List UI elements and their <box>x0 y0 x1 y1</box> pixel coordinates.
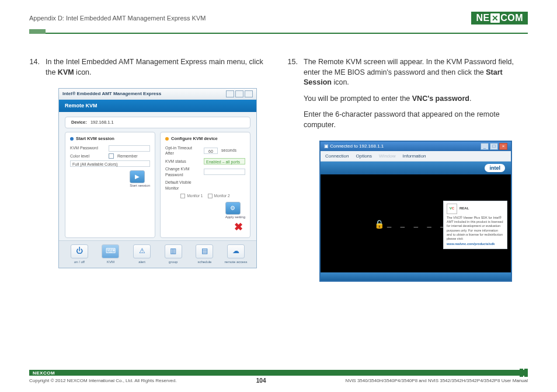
kvm-status-field: Enabled – all ports <box>204 158 245 164</box>
power-icon: ⏻ <box>71 244 88 258</box>
step-15-p2: You will be prompted to enter the VNC's … <box>304 94 528 104</box>
intel-band: intel <box>321 162 511 174</box>
realvnc-logo: VC <box>447 204 457 214</box>
tab-kvm[interactable]: ⌨KVM <box>99 244 122 264</box>
maximize-button[interactable] <box>235 90 243 97</box>
close-button[interactable]: × <box>499 143 507 150</box>
appendix-title: Appendix D: Intel Embedded AMT Managemen… <box>29 15 206 22</box>
remote-screen: 🔒 _ _ _ _ _ _ VC REAL The VNC® Viewer Pl… <box>321 174 511 272</box>
remote-kvm-banner: Remote KVM <box>59 100 256 112</box>
alert-icon: ⚠ <box>133 244 151 258</box>
start-kvm-panel: Start KVM session KVM Password Color lev… <box>65 132 155 238</box>
tab-onoff[interactable]: ⏻on / off <box>68 244 91 264</box>
content-columns: 14. In the Intel Embedded AMT Management… <box>29 57 528 282</box>
minimize-button[interactable] <box>226 90 234 97</box>
step-15-p1: The Remote KVM screen will appear. In th… <box>304 57 528 88</box>
copyright-text: Copyright © 2012 NEXCOM International Co… <box>29 378 177 383</box>
kvm-icon: ⌨ <box>102 244 119 258</box>
step-15-p3: Enter the 6-character password that appe… <box>304 110 528 130</box>
step-14-text: In the Intel Embedded AMT Management Exp… <box>46 57 270 78</box>
schedule-icon: ▤ <box>196 244 213 258</box>
maximize-button[interactable]: □ <box>490 143 498 150</box>
menu-information[interactable]: Information <box>403 153 426 159</box>
remote-icon: ☁ <box>227 244 245 258</box>
menu-options[interactable]: Options <box>356 153 372 159</box>
left-column: 14. In the Intel Embedded AMT Management… <box>29 57 270 282</box>
menu-window: Window <box>379 153 395 159</box>
apply-setting-button[interactable]: ⚙ <box>225 202 241 215</box>
lock-icon: 🔒 <box>374 219 384 230</box>
vnc-menubar: Connection Options Window Information <box>321 151 511 162</box>
close-button[interactable] <box>245 90 253 97</box>
vnc-titlebar: ▣ Connected to 192.168.1.1 _ □ × <box>321 142 511 151</box>
amt-bottom-tabs: ⏻on / off ⌨KVM ⚠alert ▥group ▤schedule ☁… <box>59 240 256 268</box>
amt-window-titlebar: Intel® Embedded AMT Management Express <box>59 89 256 100</box>
step-15: 15. The Remote KVM screen will appear. I… <box>287 57 528 282</box>
minimize-button[interactable]: _ <box>481 143 489 150</box>
change-password-input[interactable] <box>204 169 245 175</box>
tab-remote[interactable]: ☁remote access <box>224 244 248 264</box>
intel-logo: intel <box>485 164 505 173</box>
monitor2-checkbox[interactable] <box>208 194 213 198</box>
group-icon: ▥ <box>165 244 182 258</box>
page-number: 104 <box>256 377 266 384</box>
page-footer: NEXCOM Copyright © 2012 NEXCOM Internati… <box>29 370 528 384</box>
color-level-select[interactable]: Full (All Available Colors) <box>70 160 150 167</box>
page-header: Appendix D: Intel Embedded AMT Managemen… <box>29 12 528 28</box>
remember-checkbox[interactable] <box>109 153 114 159</box>
tab-alert[interactable]: ⚠alert <box>130 244 154 264</box>
configure-kvm-panel: Configure KVM device Opt-in Timeout Afte… <box>160 132 250 238</box>
tab-schedule[interactable]: ▤schedule <box>193 244 216 264</box>
kvm-password-input[interactable] <box>109 145 150 152</box>
vnc-info-box: VC REAL The VNC® Viewer Plus SDK for Int… <box>443 201 507 249</box>
start-session-button[interactable]: ▶ <box>130 170 145 183</box>
vnc-url[interactable]: www.realvnc.com/products/sdk <box>447 242 504 246</box>
screenshot-vnc-window: ▣ Connected to 192.168.1.1 _ □ × Connect… <box>319 141 512 282</box>
monitor1-checkbox[interactable] <box>180 194 185 198</box>
right-column: 15. The Remote KVM screen will appear. I… <box>287 57 528 282</box>
timeout-input[interactable]: 60 <box>204 148 218 154</box>
device-row: Device: 192.168.1.1 <box>65 117 250 129</box>
header-rule <box>29 29 528 34</box>
doc-title: NViS 3540/3540H/3540P4/3540P8 and NViS 3… <box>346 378 528 383</box>
menu-connection[interactable]: Connection <box>325 153 349 159</box>
screenshot-amt-window: Intel® Embedded AMT Management Express R… <box>58 88 257 268</box>
vnc-bottom-band <box>321 272 511 281</box>
close-x-icon[interactable]: ✖ <box>234 220 243 235</box>
nexcom-logo: NE✕COM <box>471 12 528 24</box>
tab-group[interactable]: ▥group <box>162 244 185 264</box>
step-14: 14. In the Intel Embedded AMT Management… <box>29 57 270 268</box>
footer-logo: NEXCOM <box>33 370 55 376</box>
